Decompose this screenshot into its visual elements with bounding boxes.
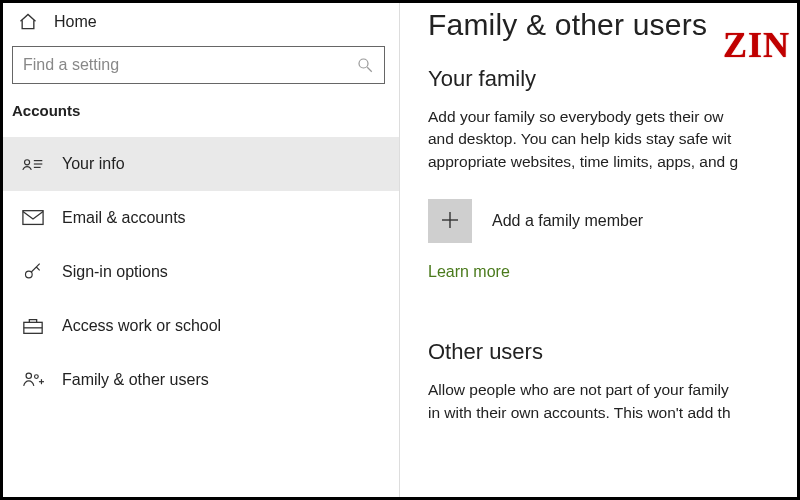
add-family-member-row[interactable]: Add a family member — [428, 199, 800, 243]
svg-point-0 — [359, 59, 368, 68]
person-card-icon — [22, 153, 44, 175]
other-users-description: Allow people who are not part of your fa… — [428, 379, 800, 424]
learn-more-link[interactable]: Learn more — [428, 263, 510, 281]
home-icon — [18, 12, 38, 32]
sidebar-section-label: Accounts — [0, 100, 399, 137]
sidebar-item-family-other-users[interactable]: Family & other users — [0, 353, 399, 407]
settings-content: Family & other users Your family Add you… — [400, 0, 800, 500]
people-plus-icon — [22, 369, 44, 391]
sidebar-item-your-info[interactable]: Your info — [0, 137, 399, 191]
sidebar-nav: Your info Email & accounts Sign-in optio… — [0, 137, 399, 407]
settings-sidebar: Home Accounts Yo — [0, 0, 400, 500]
search-input[interactable] — [23, 56, 356, 74]
sidebar-item-access-work-school[interactable]: Access work or school — [0, 299, 399, 353]
sidebar-item-signin-options[interactable]: Sign-in options — [0, 245, 399, 299]
key-icon — [22, 261, 44, 283]
sidebar-item-label: Sign-in options — [62, 263, 168, 281]
settings-search[interactable] — [12, 46, 385, 84]
svg-point-2 — [25, 160, 30, 165]
sidebar-item-label: Family & other users — [62, 371, 209, 389]
add-tile[interactable] — [428, 199, 472, 243]
page-title: Family & other users — [428, 8, 800, 42]
sidebar-item-label: Email & accounts — [62, 209, 186, 227]
sidebar-item-email-accounts[interactable]: Email & accounts — [0, 191, 399, 245]
plus-icon — [438, 208, 462, 235]
briefcase-icon — [22, 315, 44, 337]
your-family-heading: Your family — [428, 66, 800, 92]
sidebar-item-label: Access work or school — [62, 317, 221, 335]
home-label: Home — [54, 13, 97, 31]
svg-point-11 — [35, 375, 39, 379]
your-family-description: Add your family so everybody gets their … — [428, 106, 800, 173]
search-icon — [356, 56, 374, 74]
svg-rect-6 — [23, 211, 43, 225]
svg-line-1 — [367, 67, 372, 72]
svg-point-10 — [26, 373, 31, 378]
other-users-heading: Other users — [428, 339, 800, 365]
sidebar-item-label: Your info — [62, 155, 125, 173]
home-nav[interactable]: Home — [0, 0, 399, 46]
mail-icon — [22, 207, 44, 229]
add-family-member-label: Add a family member — [492, 212, 643, 230]
svg-point-7 — [26, 271, 33, 278]
